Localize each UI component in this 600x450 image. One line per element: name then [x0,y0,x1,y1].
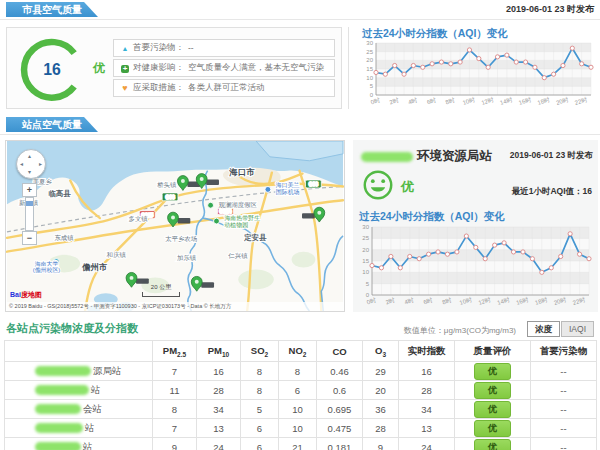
map-zoom-handle[interactable] [26,201,33,206]
map[interactable]: G98G225G98G224 海口市儋州市临高县定安县美夏乡桥头镇新盈镇多文镇东… [5,140,345,312]
info-value: 各类人群可正常活动 [188,82,265,94]
svg-text:10: 10 [366,75,373,81]
table-row: 站7136100.4752813优-- [5,419,597,438]
table-row: 站1128860.62028优-- [5,381,597,400]
map-pan-left[interactable]: ◂ [20,161,23,167]
cell-value: 9 [363,438,399,450]
svg-text:6时: 6时 [423,297,434,306]
info-row: ♥应采取措施：各类人群可正常活动 [113,79,335,97]
cell-value: 0.181 [317,438,363,450]
map-label: 东成镇 [54,234,74,241]
quality-eval-badge[interactable]: 优 [474,401,511,418]
cell-primary-pollutant: -- [531,400,597,419]
city-chart-title: 过去24小时分指数（AQI）变化 [362,27,508,41]
cell-evaluation: 优 [455,381,531,400]
svg-text:30: 30 [366,40,373,46]
cell-primary-pollutant: -- [531,438,597,450]
map-pan-control[interactable]: ▴ ▾ ◂ ▸ [16,149,46,179]
tab-city-label: 市县空气质量 [22,4,82,15]
map-zoom-slider[interactable] [25,197,34,231]
table-title: 各站点污染物浓度及分指数 [6,321,138,336]
cell-evaluation: 优 [455,438,531,450]
svg-text:25: 25 [362,235,369,241]
pollutant-table: PM2.5PM10SO2NO2COO3实时指数质量评价首要污染物 源局站7168… [4,340,597,450]
svg-text:10: 10 [362,269,369,275]
cell-station-name: 源局站 [5,362,153,381]
column-header: 首要污染物 [531,341,597,362]
table-row: 站9246210.181924优-- [5,438,597,450]
svg-text:2时: 2时 [385,297,396,306]
table-header-row: PM2.5PM10SO2NO2COO3实时指数质量评价首要污染物 [5,341,597,362]
poi-icon[interactable] [214,218,220,224]
column-header [5,341,153,362]
cell-value: 16 [399,362,455,381]
column-header: 实时指数 [399,341,455,362]
cell-value: 8 [279,362,317,381]
road-shield: G98 [305,180,321,188]
map-label: 观澜湖度假区 [218,201,257,209]
cell-evaluation: 优 [455,362,531,381]
cell-value: 24 [399,438,455,450]
toggle-concentration[interactable]: 浓度 [527,321,560,337]
svg-text:8时: 8时 [441,297,452,306]
cell-value: 10 [279,400,317,419]
poi-icon[interactable] [208,202,214,208]
map-label: 海口美兰 [276,181,300,188]
aqi-grade-label: 优 [93,60,105,77]
station-detail-panel: 环境资源局站 2019-06-01 23 时发布 优 最近1小时AQI值：16 … [353,140,598,312]
svg-text:18时: 18时 [534,296,548,306]
station-publish-time: 2019-06-01 23 时发布 [510,150,593,162]
cell-value: 24 [197,438,241,450]
station-name-redacted [361,152,413,162]
cell-value: 6 [279,381,317,400]
cell-value: 28 [197,381,241,400]
cell-primary-pollutant: -- [531,419,597,438]
tab-city-air-quality[interactable]: 市县空气质量 [6,2,98,17]
cell-primary-pollutant: -- [531,381,597,400]
map-label: 海南大学 [35,260,59,267]
map-pan-up[interactable]: ▴ [28,153,31,159]
cell-value: 5 [241,400,279,419]
map-pan-right[interactable]: ▸ [39,161,42,167]
map-zoom-out-button[interactable]: − [22,231,37,245]
toggle-iaqi[interactable]: IAQI [561,321,594,337]
map-label: 加乐镇 [177,254,197,261]
cell-primary-pollutant: -- [531,362,597,381]
cell-value: 34 [197,400,241,419]
info-label: 对健康影响： [133,62,184,74]
cell-value: 8 [241,362,279,381]
svg-text:22时: 22时 [572,296,586,306]
map-label: 儋州市 [81,262,108,272]
aqi-gauge: 16 优 [13,29,113,107]
column-header: CO [317,341,363,362]
svg-text:4时: 4时 [407,97,418,106]
map-zoom-in-button[interactable]: + [22,183,37,197]
map-scale-bar [142,292,180,297]
cell-value: 0.695 [317,400,363,419]
map-pan-down[interactable]: ▾ [28,169,31,175]
tab-station-air-quality[interactable]: 站点空气质量 [6,117,98,132]
cell-value: 13 [399,419,455,438]
svg-text:16时: 16时 [518,96,532,106]
divider [0,19,600,20]
svg-text:20时: 20时 [555,96,569,106]
column-header: O3 [363,341,399,362]
map-label: (儋州校区) [33,266,61,274]
quality-eval-badge[interactable]: 优 [474,420,511,437]
info-value: -- [188,43,194,53]
svg-text:18时: 18时 [537,96,551,106]
cell-evaluation: 优 [455,419,531,438]
quality-eval-badge[interactable]: 优 [474,439,511,450]
svg-text:5: 5 [366,281,370,287]
city-aqi-panel: 16 优 ▲首要污染物：--+对健康影响：空气质量令人满意，基本无空气污染♥应采… [6,27,342,109]
aqi-gauge-ring: 16 [13,29,91,107]
cell-value: 34 [399,400,455,419]
svg-text:0: 0 [370,92,374,98]
station-name-redacted [35,442,81,450]
quality-eval-badge[interactable]: 优 [474,382,511,399]
quality-eval-badge[interactable]: 优 [474,363,511,380]
poi-icon[interactable] [265,186,271,192]
svg-text:15: 15 [366,66,373,72]
svg-text:0: 0 [366,292,370,298]
cell-evaluation: 优 [455,400,531,419]
